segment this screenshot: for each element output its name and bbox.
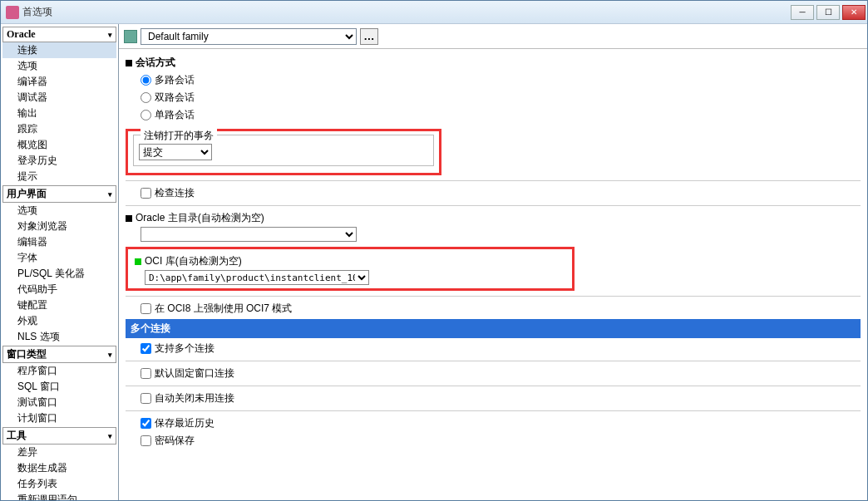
close-button[interactable]: ✕: [842, 5, 866, 20]
check-connection-label: 检查连接: [155, 186, 195, 200]
logoff-legend: 注销打开的事务: [141, 129, 217, 143]
sidebar-item[interactable]: 代码助手: [2, 282, 116, 297]
fixed-window-checkbox[interactable]: [141, 368, 151, 379]
sidebar: Oracle▾连接选项编译器调试器输出跟踪概览图登录历史提示用户界面▾选项对象浏…: [1, 24, 119, 500]
session-mode-label: 多路会话: [155, 73, 195, 87]
toolbar: Default family …: [119, 24, 867, 49]
sidebar-item[interactable]: 字体: [2, 250, 116, 266]
save-recent-label: 保存最近历史: [155, 416, 215, 430]
sidebar-item[interactable]: 概览图: [2, 137, 116, 153]
sidebar-item[interactable]: 重新调用语句: [2, 492, 116, 500]
oracle-home-title: Oracle 主目录(自动检测为空): [136, 211, 264, 225]
session-mode-radio[interactable]: [141, 110, 151, 120]
sidebar-category[interactable]: 工具▾: [2, 427, 116, 445]
sidebar-item[interactable]: 程序窗口: [2, 363, 116, 379]
session-mode-radio[interactable]: [141, 92, 151, 103]
oracle-home-select[interactable]: [141, 227, 357, 242]
titlebar: 首选项 ─ ☐ ✕: [1, 1, 867, 24]
sidebar-item[interactable]: NLS 选项: [2, 329, 116, 345]
sidebar-item[interactable]: 选项: [2, 58, 116, 74]
session-mode-title: 会话方式: [136, 56, 175, 70]
auto-close-checkbox[interactable]: [141, 393, 151, 404]
bullet-icon: [126, 215, 132, 222]
sidebar-item[interactable]: 输出: [2, 106, 116, 121]
family-icon: [124, 30, 137, 43]
sidebar-item[interactable]: 调试器: [2, 90, 116, 106]
sidebar-category[interactable]: 窗口类型▾: [2, 346, 116, 363]
window-title: 首选项: [22, 5, 791, 19]
save-password-label: 密码保存: [155, 434, 195, 448]
sidebar-item[interactable]: SQL 窗口: [2, 379, 116, 395]
fixed-window-label: 默认固定窗口连接: [155, 366, 234, 381]
sidebar-item[interactable]: 登录历史: [2, 153, 116, 169]
sidebar-item[interactable]: 数据生成器: [2, 460, 116, 476]
session-mode-radio[interactable]: [141, 75, 151, 86]
sidebar-item[interactable]: 外观: [2, 313, 116, 329]
sidebar-item[interactable]: PL/SQL 美化器: [2, 266, 116, 282]
sidebar-item[interactable]: 测试窗口: [2, 395, 116, 410]
save-recent-checkbox[interactable]: [141, 418, 151, 429]
save-password-checkbox[interactable]: [141, 435, 151, 446]
allow-multi-label: 支持多个连接: [155, 341, 215, 356]
family-select[interactable]: Default family: [141, 28, 357, 45]
sidebar-item[interactable]: 对象浏览器: [2, 219, 116, 234]
sidebar-item[interactable]: 选项: [2, 203, 116, 219]
session-mode-label: 双路会话: [155, 91, 195, 105]
force-oci7-checkbox[interactable]: [141, 303, 151, 314]
auto-close-label: 自动关闭未用连接: [155, 391, 234, 405]
logoff-select[interactable]: 提交: [139, 144, 212, 160]
sidebar-category[interactable]: 用户界面▾: [2, 185, 116, 203]
sidebar-item[interactable]: 编译器: [2, 74, 116, 90]
allow-multi-checkbox[interactable]: [141, 343, 151, 354]
oci-path-select[interactable]: D:\app\family\product\instantclient_10_2…: [145, 270, 369, 285]
check-connection-checkbox[interactable]: [141, 188, 151, 199]
sidebar-item[interactable]: 跟踪: [2, 121, 116, 137]
minimize-button[interactable]: ─: [791, 5, 814, 20]
sidebar-item[interactable]: 差异: [2, 445, 116, 460]
highlight-box-2: OCI 库(自动检测为空) D:\app\family\product\inst…: [126, 247, 575, 291]
maximize-button[interactable]: ☐: [816, 5, 840, 20]
bullet-icon-green: [135, 258, 141, 265]
app-icon: [6, 6, 19, 19]
content-pane: 会话方式 多路会话双路会话单路会话 注销打开的事务 提交 检查连接: [119, 49, 867, 500]
force-oci7-label: 在 OCI8 上强制使用 OCI7 模式: [155, 302, 292, 316]
sidebar-item[interactable]: 任务列表: [2, 476, 116, 492]
sidebar-item[interactable]: 计划窗口: [2, 410, 116, 426]
highlight-box-1: 注销打开的事务 提交: [126, 129, 441, 175]
oci-title: OCI 库(自动检测为空): [145, 254, 242, 268]
sidebar-item[interactable]: 提示: [2, 169, 116, 184]
family-more-button[interactable]: …: [360, 28, 378, 45]
bullet-icon: [126, 60, 132, 66]
multi-connection-header: 多个连接: [126, 319, 861, 338]
sidebar-category[interactable]: Oracle▾: [2, 27, 116, 42]
session-mode-label: 单路会话: [155, 108, 195, 122]
sidebar-item[interactable]: 键配置: [2, 297, 116, 313]
sidebar-item[interactable]: 编辑器: [2, 234, 116, 250]
sidebar-item[interactable]: 连接: [2, 42, 116, 58]
